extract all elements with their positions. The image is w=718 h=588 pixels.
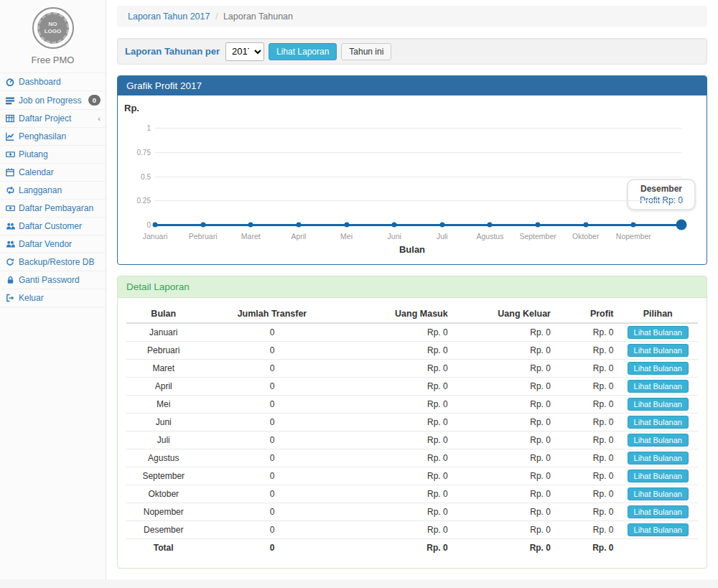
data-point-agustus[interactable] bbox=[488, 223, 493, 228]
table-row-agustus: Agustus0Rp. 0Rp. 0Rp. 0Lihat Bulanan bbox=[126, 449, 698, 467]
data-point-september[interactable] bbox=[536, 223, 541, 228]
tooltip-title: Desember bbox=[631, 184, 691, 194]
breadcrumb-separator: / bbox=[215, 11, 218, 22]
cell-uang_keluar: Rp. 0 bbox=[452, 323, 555, 342]
data-point-desember[interactable] bbox=[676, 220, 687, 230]
sidebar-item-label: Ganti Password bbox=[19, 275, 80, 285]
cell-profit: Rp. 0 bbox=[555, 503, 618, 521]
cell-jumlah_transfer: 0 bbox=[200, 521, 343, 539]
cell-bulan: Oktober bbox=[126, 485, 200, 503]
sidebar-item-langganan[interactable]: Langganan bbox=[0, 182, 106, 200]
view-monthly-button-maret[interactable]: Lihat Bulanan bbox=[628, 362, 689, 375]
cell-uang_keluar: Rp. 0 bbox=[452, 521, 555, 539]
users-icon bbox=[5, 222, 15, 231]
sidebar-item-calendar[interactable]: Calendar bbox=[0, 164, 106, 182]
total-uang_masuk: Rp. 0 bbox=[343, 539, 452, 556]
logo-box: NO LOGO Free PMO bbox=[0, 0, 106, 65]
cell-uang_keluar: Rp. 0 bbox=[452, 467, 555, 485]
this-year-button[interactable]: Tahun ini bbox=[341, 43, 391, 60]
cell-uang_masuk: Rp. 0 bbox=[343, 449, 452, 467]
sidebar-item-label: Keluar bbox=[19, 293, 44, 303]
view-report-button[interactable]: Lihat Laporan bbox=[269, 43, 337, 60]
total-pilihan-empty bbox=[618, 539, 698, 556]
detail-report-panel: Detail Laporan BulanJumlah TransferUang … bbox=[117, 276, 707, 569]
view-monthly-button-agustus[interactable]: Lihat Bulanan bbox=[628, 452, 689, 465]
view-monthly-button-pebruari[interactable]: Lihat Bulanan bbox=[628, 344, 689, 357]
data-point-nopember[interactable] bbox=[631, 223, 636, 228]
sidebar-menu: DashboardJob on Progress0Daftar Project‹… bbox=[0, 73, 106, 307]
sidebar-item-label: Calendar bbox=[19, 167, 54, 177]
view-monthly-button-april[interactable]: Lihat Bulanan bbox=[628, 380, 689, 393]
y-tick-label: 1 bbox=[121, 124, 151, 132]
cell-pilihan: Lihat Bulanan bbox=[618, 323, 698, 342]
cell-bulan: Mei bbox=[126, 396, 200, 414]
sidebar-item-daftar-pembayaran[interactable]: Daftar Pembayaran bbox=[0, 200, 106, 218]
sidebar-item-dashboard[interactable]: Dashboard bbox=[0, 73, 106, 91]
cell-jumlah_transfer: 0 bbox=[200, 378, 343, 396]
tasks-icon bbox=[5, 95, 15, 105]
table-row-desember: Desember0Rp. 0Rp. 0Rp. 0Lihat Bulanan bbox=[126, 521, 698, 539]
view-monthly-button-nopember[interactable]: Lihat Bulanan bbox=[628, 505, 689, 518]
view-monthly-button-september[interactable]: Lihat Bulanan bbox=[628, 470, 689, 482]
data-point-april[interactable] bbox=[296, 223, 301, 228]
sidebar-item-daftar-customer[interactable]: Daftar Customer bbox=[0, 218, 106, 235]
view-monthly-button-januari[interactable]: Lihat Bulanan bbox=[628, 326, 689, 339]
chart-tooltip: Desember Profit Rp: 0 bbox=[627, 179, 696, 210]
money-icon bbox=[5, 150, 15, 159]
cell-jumlah_transfer: 0 bbox=[200, 431, 343, 449]
table-row-juni: Juni0Rp. 0Rp. 0Rp. 0Lihat Bulanan bbox=[126, 414, 698, 431]
view-monthly-button-oktober[interactable]: Lihat Bulanan bbox=[628, 487, 689, 500]
sidebar-item-job-on-progress[interactable]: Job on Progress0 bbox=[0, 91, 106, 110]
view-monthly-button-juli[interactable]: Lihat Bulanan bbox=[628, 434, 689, 447]
cell-uang_keluar: Rp. 0 bbox=[452, 503, 555, 521]
sidebar-item-label: Penghasilan bbox=[19, 131, 66, 141]
sidebar-item-backup-restore-db[interactable]: Backup/Restore DB bbox=[0, 253, 106, 271]
chevron-left-icon: ‹ bbox=[98, 115, 101, 123]
cell-pilihan: Lihat Bulanan bbox=[618, 485, 698, 503]
cell-profit: Rp. 0 bbox=[555, 342, 618, 360]
year-select[interactable]: 2017 bbox=[225, 42, 264, 61]
no-logo-icon: NO LOGO bbox=[32, 7, 74, 49]
sidebar-item-daftar-vendor[interactable]: Daftar Vendor bbox=[0, 235, 106, 253]
cell-profit: Rp. 0 bbox=[555, 431, 618, 449]
cell-uang_keluar: Rp. 0 bbox=[452, 360, 555, 378]
data-point-oktober[interactable] bbox=[583, 223, 588, 228]
data-point-januari[interactable] bbox=[153, 223, 158, 228]
cell-uang_masuk: Rp. 0 bbox=[343, 414, 452, 431]
data-point-pebruari[interactable] bbox=[200, 223, 205, 228]
table-row-pebruari: Pebruari0Rp. 0Rp. 0Rp. 0Lihat Bulanan bbox=[126, 342, 698, 360]
breadcrumb-link-laporan-tahun[interactable]: Laporan Tahun 2017 bbox=[128, 11, 210, 22]
cell-profit: Rp. 0 bbox=[555, 521, 618, 539]
x-tick-label: Nopember bbox=[616, 232, 651, 241]
table-header-row: BulanJumlah TransferUang MasukUang Kelua… bbox=[126, 305, 698, 323]
data-point-mei[interactable] bbox=[344, 223, 349, 228]
data-point-juni[interactable] bbox=[392, 223, 397, 228]
cell-pilihan: Lihat Bulanan bbox=[618, 503, 698, 521]
view-monthly-button-mei[interactable]: Lihat Bulanan bbox=[628, 398, 689, 411]
sidebar-item-daftar-project[interactable]: Daftar Project‹ bbox=[0, 110, 106, 128]
dashboard-icon bbox=[5, 78, 15, 87]
sidebar-item-penghasilan[interactable]: Penghasilan bbox=[0, 128, 106, 146]
data-point-juli[interactable] bbox=[439, 223, 444, 228]
sidebar-item-keluar[interactable]: Keluar bbox=[0, 289, 106, 307]
cell-jumlah_transfer: 0 bbox=[200, 414, 343, 431]
sidebar-item-piutang[interactable]: Piutang bbox=[0, 146, 106, 164]
cell-profit: Rp. 0 bbox=[555, 323, 618, 342]
x-tick-label: Juni bbox=[388, 232, 401, 241]
cell-jumlah_transfer: 0 bbox=[200, 449, 343, 467]
view-monthly-button-juni[interactable]: Lihat Bulanan bbox=[628, 416, 689, 429]
cell-uang_keluar: Rp. 0 bbox=[452, 431, 555, 449]
x-tick-label: Juli bbox=[437, 232, 448, 241]
view-monthly-button-desember[interactable]: Lihat Bulanan bbox=[628, 523, 689, 536]
sidebar-item-label: Daftar Customer bbox=[19, 221, 82, 231]
table-icon bbox=[5, 114, 15, 123]
cell-pilihan: Lihat Bulanan bbox=[618, 360, 698, 378]
report-filter-bar: Laporan Tahunan per 2017 Lihat Laporan T… bbox=[117, 38, 707, 65]
data-point-maret[interactable] bbox=[248, 223, 253, 228]
x-tick-label: Maret bbox=[241, 232, 261, 241]
cell-profit: Rp. 0 bbox=[555, 360, 618, 378]
column-header-jumlah-transfer: Jumlah Transfer bbox=[200, 305, 343, 323]
sidebar-item-ganti-password[interactable]: Ganti Password bbox=[0, 271, 106, 289]
report-table-wrap: BulanJumlah TransferUang MasukUang Kelua… bbox=[118, 298, 707, 568]
cell-bulan: Desember bbox=[126, 521, 200, 539]
